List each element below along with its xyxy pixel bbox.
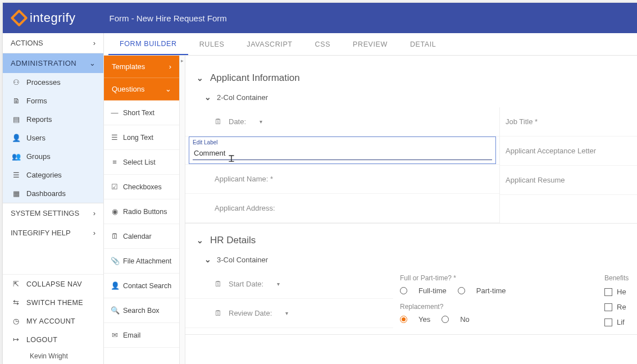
palette-checkboxes[interactable]: ☑Checkboxes xyxy=(104,175,179,199)
sidebar-help[interactable]: INTEGRIFY HELP › xyxy=(3,223,103,243)
sidebar-item-forms[interactable]: 🗎Forms xyxy=(3,92,103,110)
palette-file-attachment[interactable]: 📎File Attachment xyxy=(104,249,179,274)
checkbox-benefit-3[interactable]: Lif xyxy=(604,315,635,330)
collapse-nav-button[interactable]: ⇱COLLAPSE NAV xyxy=(3,275,103,293)
sidebar-admin-label: ADMINISTRATION xyxy=(11,59,76,67)
sidebar-bottom: ⇱COLLAPSE NAV ⇆SWITCH THEME ◷MY ACCOUNT … xyxy=(3,274,103,364)
checkbox-icon xyxy=(604,288,612,296)
chevron-right-icon: › xyxy=(93,229,95,237)
field-label: Date: xyxy=(229,117,246,126)
dropdown-icon: ▾ xyxy=(260,119,262,125)
checkbox-label: Lif xyxy=(617,318,625,326)
container-header[interactable]: ⌄ 2-Col Container xyxy=(185,89,637,107)
attachment-icon: 📎 xyxy=(111,257,119,265)
sidebar-actions[interactable]: ACTIONS › xyxy=(3,33,103,53)
section-applicant-information: ⌄ Applicant Information ⌄ 2-Col Containe… xyxy=(185,67,637,224)
radio-label: Part-time xyxy=(476,286,506,295)
edit-label-box[interactable]: Edit Label Ꮖ xyxy=(189,136,496,164)
sidebar-help-label: INTEGRIFY HELP xyxy=(11,229,71,237)
tab-form-builder[interactable]: FORM BUILDER xyxy=(108,33,188,55)
palette-item-label: Contact Search xyxy=(123,282,171,290)
sidebar-administration[interactable]: ADMINISTRATION ⌄ xyxy=(3,53,103,73)
sidebar-item-label: Groups xyxy=(26,152,51,161)
dashboard-icon: ▦ xyxy=(12,189,21,198)
palette-item-label: Long Text xyxy=(123,134,153,142)
section-header[interactable]: ⌄ Applicant Information xyxy=(185,67,637,89)
page-title: Form - New Hire Request Form xyxy=(110,13,227,23)
palette-long-text[interactable]: ☰Long Text xyxy=(104,125,179,150)
radio-label: No xyxy=(460,315,470,324)
palette-search-box[interactable]: 🔍Search Box xyxy=(104,298,179,323)
field-date[interactable]: 🗓 Date: ▾ xyxy=(185,107,499,136)
sidebar-item-label: Categories xyxy=(26,171,62,179)
palette-item-label: Select List xyxy=(123,158,156,166)
group-icon: 👥 xyxy=(12,152,21,161)
sidebar-actions-label: ACTIONS xyxy=(11,39,43,47)
tab-rules[interactable]: RULES xyxy=(188,33,236,55)
brand-text: integrify xyxy=(30,11,76,25)
collapse-icon: ⇱ xyxy=(12,280,21,288)
palette-short-text[interactable]: ―Short Text xyxy=(104,101,179,125)
topbar: integrify Form - New Hire Request Form xyxy=(3,3,637,33)
chevron-down-icon: ⌄ xyxy=(165,85,171,93)
switch-theme-button[interactable]: ⇆SWITCH THEME xyxy=(3,293,103,312)
palette-select-list[interactable]: ≡Select List xyxy=(104,150,179,175)
section-header[interactable]: ⌄ HR Details xyxy=(185,229,637,252)
checkbox-label: Re xyxy=(617,303,626,311)
sidebar-item-categories[interactable]: ☰Categories xyxy=(3,166,103,184)
palette-templates-label: Templates xyxy=(112,62,145,71)
field-applicant-address[interactable]: Applicant Address: xyxy=(185,194,499,223)
field-label: Job Title * xyxy=(506,117,538,126)
radio-replacement-yes[interactable] xyxy=(400,316,407,323)
sitemap-icon: ⚇ xyxy=(12,78,21,87)
sidebar-item-processes[interactable]: ⚇Processes xyxy=(3,73,103,92)
question-label: Benefits xyxy=(604,274,635,282)
field-applicant-name[interactable]: Applicant Name: * xyxy=(185,165,499,194)
my-account-button[interactable]: ◷MY ACCOUNT xyxy=(3,312,103,330)
radio-full-time[interactable] xyxy=(400,287,407,294)
account-icon: ◷ xyxy=(12,317,21,325)
field-job-title[interactable]: Job Title * xyxy=(500,107,637,136)
sidebar-item-users[interactable]: 👤Users xyxy=(3,129,103,147)
form-canvas: ⌄ Applicant Information ⌄ 2-Col Containe… xyxy=(185,56,637,364)
radio-replacement-no[interactable] xyxy=(442,316,449,323)
sidebar-item-dashboards[interactable]: ▦Dashboards xyxy=(3,184,103,203)
tab-css[interactable]: CSS xyxy=(304,33,342,55)
container-header[interactable]: ⌄ 3-Col Container xyxy=(185,252,637,270)
field-review-date[interactable]: 🗓 Review Date: ▾ xyxy=(185,299,393,328)
sidebar-item-groups[interactable]: 👥Groups xyxy=(3,147,103,166)
palette-item-label: Checkboxes xyxy=(123,183,162,191)
palette-item-label: Short Text xyxy=(123,109,154,117)
section-hr-details: ⌄ HR Details ⌄ 3-Col Container 🗓 Star xyxy=(185,229,637,335)
palette-gutter[interactable] xyxy=(180,56,185,364)
calendar-icon: 🗓 xyxy=(215,280,222,288)
calendar-icon: 🗓 xyxy=(111,232,119,240)
checkbox-benefit-1[interactable]: He xyxy=(604,284,635,299)
sidebar-item-reports[interactable]: ▤Reports xyxy=(3,110,103,129)
palette-templates[interactable]: Templates › xyxy=(104,56,179,78)
field-start-date[interactable]: 🗓 Start Date: ▾ xyxy=(185,270,393,299)
palette-questions[interactable]: Questions ⌄ xyxy=(104,78,179,101)
tab-javascript[interactable]: JAVASCRIPT xyxy=(235,33,303,55)
palette-radio-buttons[interactable]: ◉Radio Buttons xyxy=(104,199,179,224)
palette-contact-search[interactable]: 👤Contact Search xyxy=(104,274,179,298)
field-acceptance-letter[interactable]: Applicant Acceptance Letter xyxy=(500,136,637,166)
palette-calendar[interactable]: 🗓Calendar xyxy=(104,224,179,249)
dropdown-icon: ▾ xyxy=(285,310,288,316)
sidebar-system-settings[interactable]: SYSTEM SETTINGS › xyxy=(3,203,103,223)
radio-part-time[interactable] xyxy=(458,287,465,294)
question-label: Replacement? xyxy=(400,303,594,311)
theme-icon: ⇆ xyxy=(12,298,21,307)
search-icon: 🔍 xyxy=(111,306,119,315)
checkbox-benefit-2[interactable]: Re xyxy=(604,299,635,315)
edit-label-input[interactable] xyxy=(193,147,492,160)
tab-detail[interactable]: DETAIL xyxy=(399,33,447,55)
question-palette: Templates › Questions ⌄ ―Short Text ☰Lon… xyxy=(104,56,180,364)
logout-button[interactable]: ↦LOGOUT xyxy=(3,330,103,349)
checkbox-label: He xyxy=(617,288,626,296)
tab-preview[interactable]: PREVIEW xyxy=(342,33,399,55)
contact-icon: 👤 xyxy=(111,281,119,290)
field-resume[interactable]: Applicant Resume xyxy=(500,166,637,195)
field-label: Applicant Acceptance Letter xyxy=(506,147,596,155)
palette-email[interactable]: ✉Email xyxy=(104,323,179,348)
